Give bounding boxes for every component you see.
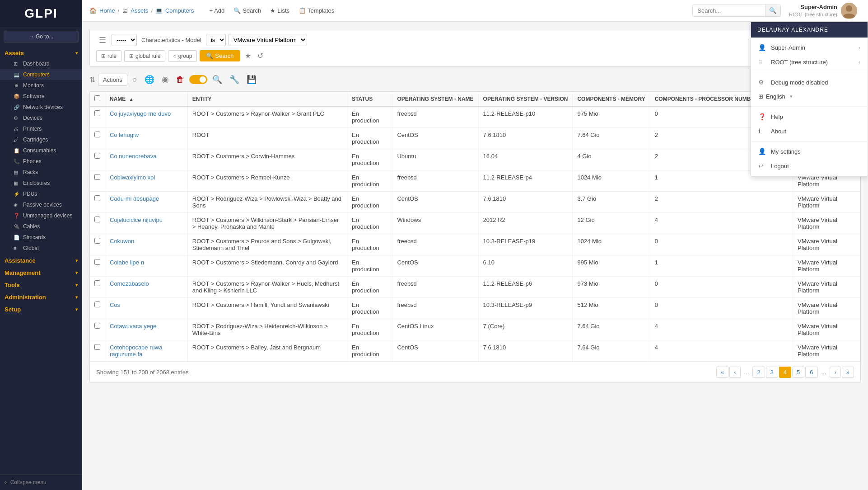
reset-button[interactable]: ↺ — [256, 50, 265, 62]
magnify-button[interactable]: 🔍 — [210, 73, 224, 86]
row-name-link[interactable]: Cos — [110, 302, 120, 308]
global-search-input[interactable] — [693, 5, 765, 16]
row-checkbox[interactable] — [94, 259, 100, 265]
assets-section-header[interactable]: Assets ▾ — [0, 46, 82, 58]
global-rule-button[interactable]: ⊞ global rule — [124, 50, 165, 62]
sidebar-item-global[interactable]: ≡ Global — [0, 243, 82, 254]
filter-operator-select[interactable]: is — [206, 34, 226, 46]
select-all-checkbox[interactable] — [94, 95, 100, 101]
next-page-button[interactable]: › — [830, 367, 840, 378]
management-section-header[interactable]: Management ▾ — [0, 266, 82, 278]
breadcrumb-assets[interactable]: Assets — [131, 7, 148, 14]
administration-section-header[interactable]: Administration ▾ — [0, 290, 82, 302]
sidebar-item-pdus[interactable]: ⚡ PDUs — [0, 188, 82, 199]
row-checkbox[interactable] — [94, 323, 100, 329]
last-page-button[interactable]: » — [842, 367, 854, 378]
bookmark-button[interactable]: ★ — [243, 50, 253, 62]
sidebar-item-enclosures[interactable]: ▦ Enclosures — [0, 178, 82, 188]
page-2-button[interactable]: 2 — [752, 367, 765, 378]
search-filter-button[interactable]: 🔍 Search — [200, 50, 240, 61]
th-entity[interactable]: ENTITY — [187, 92, 347, 107]
first-page-button[interactable]: « — [716, 367, 728, 378]
row-name-link[interactable]: Co nunenorebava — [110, 153, 156, 160]
row-checkbox[interactable] — [94, 174, 100, 180]
sidebar-item-printers[interactable]: 🖨 Printers — [0, 123, 82, 134]
row-checkbox[interactable] — [94, 280, 100, 286]
sidebar-item-racks[interactable]: ▤ Racks — [0, 167, 82, 178]
filter-toggle-button[interactable]: ☰ — [96, 34, 109, 46]
row-checkbox[interactable] — [94, 153, 100, 159]
toggle-switch[interactable] — [189, 75, 207, 84]
th-os-version[interactable]: OPERATING SYSTEM - VERSION — [478, 92, 573, 107]
row-checkbox[interactable] — [94, 238, 100, 244]
sidebar-item-computers[interactable]: 💻 Computers — [0, 69, 82, 80]
row-name-link[interactable]: Cokuwon — [110, 238, 134, 245]
circle-button[interactable]: ◉ — [159, 73, 171, 86]
prev-page-button[interactable]: ‹ — [729, 367, 740, 378]
rule-button[interactable]: ⊞ rule — [96, 50, 121, 62]
row-checkbox[interactable] — [94, 195, 100, 201]
tools-section-header[interactable]: Tools ▾ — [0, 278, 82, 290]
breadcrumb-home[interactable]: Home — [99, 7, 115, 14]
add-button[interactable]: + Add — [206, 5, 229, 16]
th-memory[interactable]: COMPONENTS - MEMORY — [573, 92, 650, 107]
sidebar-item-simcards[interactable]: 📄 Simcards — [0, 232, 82, 243]
row-name-link[interactable]: Colabe lipe n — [110, 259, 144, 266]
sidebar-item-unmanaged-devices[interactable]: ❓ Unmanaged devices — [0, 210, 82, 221]
sidebar-item-monitors[interactable]: 🖥 Monitors — [0, 80, 82, 91]
trash-button[interactable]: 🗑 — [174, 74, 187, 86]
th-name[interactable]: NAME ▲ — [105, 92, 188, 107]
dropdown-help[interactable]: ❓ Help — [751, 109, 868, 124]
dropdown-super-admin[interactable]: 👤 Super-Admin ‹ — [751, 40, 868, 55]
row-checkbox[interactable] — [94, 110, 100, 116]
page-6-button[interactable]: 6 — [805, 367, 817, 378]
row-name-link[interactable]: Codu mi desupage — [110, 195, 159, 202]
sidebar-item-phones[interactable]: 📞 Phones — [0, 156, 82, 167]
filter-value-select[interactable]: VMware Virtual Platform — [229, 34, 307, 46]
sidebar-item-cables[interactable]: 🔌 Cables — [0, 221, 82, 232]
filter-criteria-select[interactable]: ----- — [112, 34, 137, 46]
breadcrumb-computers[interactable]: Computers — [165, 7, 194, 14]
row-name-link[interactable]: Co juyaviyugo me duvo — [110, 110, 171, 117]
row-name-link[interactable]: Comezabaselo — [110, 280, 149, 287]
sidebar-item-dashboard[interactable]: ⊞ Dashboard — [0, 58, 82, 69]
export-button[interactable]: 💾 — [244, 73, 259, 86]
collapse-menu-button[interactable]: « Collapse menu — [0, 474, 82, 490]
dropdown-logout[interactable]: ↩ Logout — [751, 159, 868, 173]
row-name-link[interactable]: Cotohopocape ruwa raguzume fa — [110, 344, 162, 358]
row-name-link[interactable]: Cotawuvaca yege — [110, 323, 156, 330]
group-button[interactable]: ○ group — [168, 50, 197, 62]
toggle-off-button[interactable]: ○ — [130, 74, 140, 86]
sidebar-item-cartridges[interactable]: 🖊 Cartridges — [0, 134, 82, 145]
row-name-link[interactable]: Cojelucicice nijuvipu — [110, 217, 163, 223]
sidebar-item-consumables[interactable]: 📋 Consumables — [0, 145, 82, 156]
assistance-section-header[interactable]: Assistance ▾ — [0, 254, 82, 266]
global-search-button[interactable]: 🔍 — [765, 5, 780, 16]
th-status[interactable]: STATUS — [347, 92, 392, 107]
dropdown-my-settings[interactable]: 👤 My settings — [751, 144, 868, 159]
row-name-link[interactable]: Co lehugiw — [110, 132, 139, 138]
sidebar-item-network-devices[interactable]: 🔗 Network devices — [0, 102, 82, 113]
wrench-button[interactable]: 🔧 — [227, 73, 242, 86]
page-4-button[interactable]: 4 — [779, 367, 791, 378]
sidebar-item-software[interactable]: 📦 Software — [0, 91, 82, 102]
page-3-button[interactable]: 3 — [766, 367, 778, 378]
page-5-button[interactable]: 5 — [792, 367, 804, 378]
user-info[interactable]: Super-Admin ROOT (tree structure) — [785, 1, 861, 21]
lists-button[interactable]: ★ Lists — [266, 5, 293, 16]
row-checkbox[interactable] — [94, 302, 100, 307]
actions-button[interactable]: Actions — [98, 74, 127, 86]
goto-button[interactable]: → Go to... — [4, 31, 79, 42]
setup-section-header[interactable]: Setup ▾ — [0, 302, 82, 315]
sidebar-item-passive-devices[interactable]: ◈ Passive devices — [0, 199, 82, 210]
row-checkbox[interactable] — [94, 132, 100, 137]
dropdown-debug[interactable]: ⚙ Debug mode disabled — [751, 75, 868, 90]
search-button[interactable]: 🔍 Search — [230, 5, 265, 16]
dropdown-about[interactable]: ℹ About — [751, 124, 868, 138]
templates-button[interactable]: 📋 Templates — [295, 5, 338, 16]
th-os-name[interactable]: OPERATING SYSTEM - NAME — [392, 92, 478, 107]
dropdown-root-structure[interactable]: ≡ ROOT (tree structure) ‹ — [751, 55, 868, 69]
sidebar-item-devices[interactable]: ⚙ Devices — [0, 113, 82, 123]
row-name-link[interactable]: Cobiwaxiyimo xol — [110, 174, 155, 181]
row-checkbox[interactable] — [94, 217, 100, 222]
